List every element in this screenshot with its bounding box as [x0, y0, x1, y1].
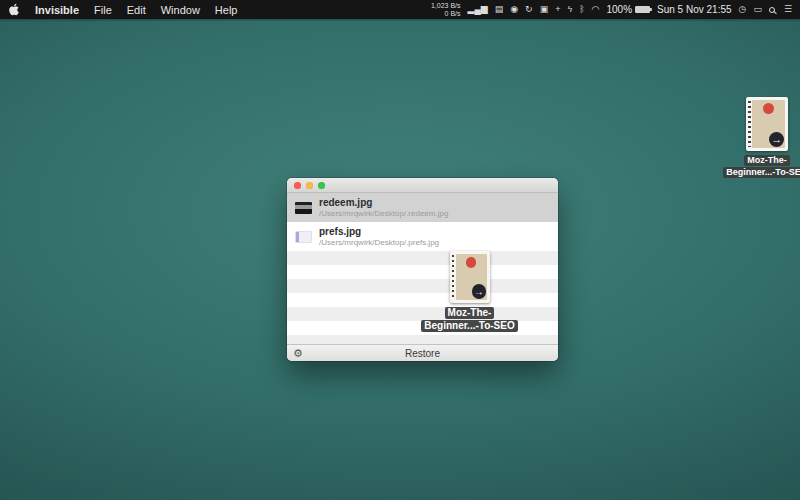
restore-button[interactable]: Restore — [287, 348, 558, 359]
dragged-file-icon: → — [450, 251, 490, 303]
settings-gear-button[interactable]: ⚙ — [293, 346, 303, 361]
spotlight-search-icon[interactable] — [769, 7, 775, 13]
arrow-badge-icon: → — [769, 132, 784, 147]
user-status-icon[interactable]: ◉ — [510, 0, 518, 19]
desktop-icon-label-line2: Beginner...-To-SEO — [723, 167, 800, 178]
dragged-file-label-line1: Moz-The- — [445, 307, 495, 319]
desktop-file-icon: → — [746, 97, 788, 151]
battery-icon — [635, 6, 650, 13]
file-name: prefs.jpg — [319, 226, 439, 238]
file-path: /Users/mrqwirk/Desktop/.prefs.jpg — [319, 238, 439, 248]
window-footer: ⚙ Restore — [287, 344, 558, 361]
add-menu-icon[interactable]: + — [555, 0, 560, 19]
menu-edit[interactable]: Edit — [127, 4, 146, 16]
dragged-file-item[interactable]: → Moz-The- Beginner...-To-SEO — [422, 251, 517, 332]
file-thumbnail-prefs — [295, 231, 312, 243]
moz-logo-dot — [466, 257, 476, 267]
dragged-file-label: Moz-The- Beginner...-To-SEO — [421, 307, 517, 332]
clock-widget-icon[interactable]: ◷ — [739, 0, 747, 19]
menu-bar-clock[interactable]: Sun 5 Nov 21:55 — [657, 4, 732, 15]
battery-percent: 100% — [606, 4, 632, 15]
network-upload-speed: 1,023 B/s — [431, 2, 461, 10]
istat-disk-icon[interactable]: ▤ — [495, 0, 504, 19]
dropbox-icon[interactable]: ▣ — [540, 0, 549, 19]
zoom-button[interactable] — [318, 182, 325, 189]
istat-cpu-icon[interactable]: ▂▄▆ — [468, 0, 488, 19]
desktop-background[interactable]: Invisible File Edit Window Help 1,023 B/… — [0, 0, 800, 500]
arrow-badge-icon: → — [472, 284, 486, 298]
dragged-file-label-line2: Beginner...-To-SEO — [421, 320, 517, 332]
desktop-icon-label: Moz-The- Beginner...-To-SEO — [723, 155, 800, 178]
close-button[interactable] — [294, 182, 301, 189]
notification-center-icon[interactable]: ☰ — [784, 0, 792, 19]
file-meta: redeem.jpg /Users/mrqwirk/Desktop/.redee… — [319, 197, 448, 219]
desktop-icon-label-line1: Moz-The- — [744, 155, 790, 166]
display-icon[interactable]: ▭ — [753, 0, 762, 19]
minimize-button[interactable] — [306, 182, 313, 189]
sync-icon[interactable]: ↻ — [525, 0, 533, 19]
battery-indicator[interactable]: 100% — [606, 4, 650, 15]
desktop-icon-moz-guide[interactable]: → Moz-The- Beginner...-To-SEO — [738, 97, 796, 178]
file-path: /Users/mrqwirk/Desktop/.redeem.jpg — [319, 209, 448, 219]
file-row-prefs[interactable]: prefs.jpg /Users/mrqwirk/Desktop/.prefs.… — [287, 222, 558, 251]
menu-bar-left: Invisible File Edit Window Help — [8, 3, 237, 16]
power-icon[interactable]: ϟ — [567, 0, 572, 19]
menu-window[interactable]: Window — [161, 4, 200, 16]
menu-bar: Invisible File Edit Window Help 1,023 B/… — [0, 0, 800, 19]
network-speed-indicator[interactable]: 1,023 B/s 0 B/s — [431, 2, 461, 18]
app-menu-title[interactable]: Invisible — [35, 4, 79, 16]
file-thumbnail-redeem — [295, 202, 312, 214]
apple-menu-icon[interactable] — [8, 3, 20, 16]
book-spiral-binding — [748, 101, 751, 147]
file-meta: prefs.jpg /Users/mrqwirk/Desktop/.prefs.… — [319, 226, 439, 248]
menu-bar-status-area: 1,023 B/s 0 B/s ▂▄▆ ▤ ◉ ↻ ▣ + ϟ ᛒ ◠ 100%… — [431, 0, 792, 19]
file-name: redeem.jpg — [319, 197, 448, 209]
menu-help[interactable]: Help — [215, 4, 238, 16]
wifi-icon[interactable]: ◠ — [592, 0, 600, 19]
window-titlebar[interactable] — [287, 178, 558, 193]
menu-file[interactable]: File — [94, 4, 112, 16]
book-spiral-binding — [452, 255, 454, 300]
bluetooth-icon[interactable]: ᛒ — [579, 0, 584, 19]
network-download-speed: 0 B/s — [445, 10, 461, 18]
file-row-redeem[interactable]: redeem.jpg /Users/mrqwirk/Desktop/.redee… — [287, 193, 558, 222]
